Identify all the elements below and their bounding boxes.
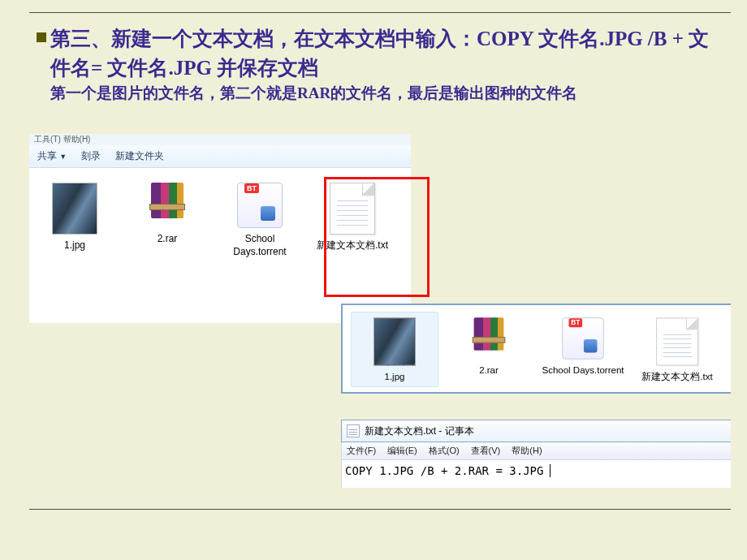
file-item-txt[interactable]: 新建文本文档.txt [315, 183, 390, 258]
rar-archive-icon [145, 183, 190, 228]
text-document-icon [330, 183, 375, 235]
file-label: School Days.torrent [542, 364, 624, 377]
notepad-text-area[interactable]: COPY 1.JPG /B + 2.RAR = 3.JPG [341, 460, 731, 488]
text-caret [542, 464, 550, 477]
file-label: 1.jpg [37, 239, 112, 252]
notepad-menubar: 文件(F) 编辑(E) 格式(O) 查看(V) 帮助(H) [341, 442, 731, 460]
top-accent-line [29, 12, 731, 13]
notepad-titlebar: 新建文本文档.txt - 记事本 [341, 420, 731, 442]
slide-subtext: 第一个是图片的文件名，第二个就是RAR的文件名，最后是输出图种的文件名 [50, 83, 723, 104]
slide-heading: 第三、新建一个文本文档，在文本文档中输入：COPY 文件名.JPG /B + 文… [50, 24, 723, 84]
file-label: 2.rar [130, 233, 205, 246]
notepad-content: COPY 1.JPG /B + 2.RAR = 3.JPG [345, 464, 543, 477]
bottom-accent-line [29, 509, 731, 510]
truncated-menubar: 工具(T) 帮助(H) [29, 134, 411, 145]
torrent-file-icon: BT [237, 183, 283, 228]
file-item-jpg[interactable]: School Days 1.jpg [37, 183, 112, 258]
text-document-icon [656, 318, 698, 366]
chevron-down-icon: ▼ [59, 153, 67, 161]
menu-format[interactable]: 格式(O) [429, 445, 460, 457]
bullet-square-icon [37, 32, 46, 42]
toolbar-burn[interactable]: 刻录 [81, 149, 101, 163]
file-label: 1.jpg [353, 371, 436, 383]
menu-edit[interactable]: 编辑(E) [387, 445, 417, 457]
file-label: 2.rar [447, 364, 530, 377]
file-label: 新建文本文档.txt [315, 239, 390, 252]
toolbar-share[interactable]: 共享 ▼ [37, 149, 67, 163]
notepad-app-icon [347, 424, 360, 437]
explorer-screenshot-1: 工具(T) 帮助(H) 共享 ▼ 刻录 新建文件夹 School Days 1.… [29, 144, 411, 323]
notepad-window: 新建文本文档.txt - 记事本 文件(F) 编辑(E) 格式(O) 查看(V)… [341, 420, 731, 488]
file-item-torrent[interactable]: BT School Days.torrent [222, 183, 297, 258]
file-grid: School Days 1.jpg 2.rar BT School Days.t… [29, 168, 411, 258]
explorer-toolbar: 共享 ▼ 刻录 新建文件夹 [29, 145, 411, 168]
file-item-torrent[interactable]: BT School Days.torrent [539, 312, 627, 387]
file-item-rar[interactable]: 2.rar [130, 183, 205, 258]
menu-file[interactable]: 文件(F) [347, 445, 376, 457]
file-item-jpg[interactable]: School Days 1.jpg [351, 312, 438, 387]
torrent-file-icon: BT [562, 317, 604, 360]
toolbar-newfolder[interactable]: 新建文件夹 [115, 149, 164, 163]
file-label: 新建文本文档.txt [636, 371, 719, 383]
jpg-thumbnail-icon: School Days [52, 183, 97, 235]
file-label: School Days.torrent [222, 233, 297, 258]
jpg-thumbnail-icon: School Days [374, 318, 416, 366]
file-item-rar[interactable]: 2.rar [445, 312, 533, 387]
rar-archive-icon [468, 317, 510, 360]
menu-help[interactable]: 帮助(H) [512, 445, 542, 457]
menu-view[interactable]: 查看(V) [471, 445, 501, 457]
notepad-title-text: 新建文本文档.txt - 记事本 [365, 424, 474, 438]
explorer-screenshot-2: School Days 1.jpg 2.rar BT School Days.t… [341, 304, 731, 394]
file-item-txt[interactable]: 新建文本文档.txt [633, 312, 721, 387]
file-grid-2: School Days 1.jpg 2.rar BT School Days.t… [343, 305, 731, 392]
